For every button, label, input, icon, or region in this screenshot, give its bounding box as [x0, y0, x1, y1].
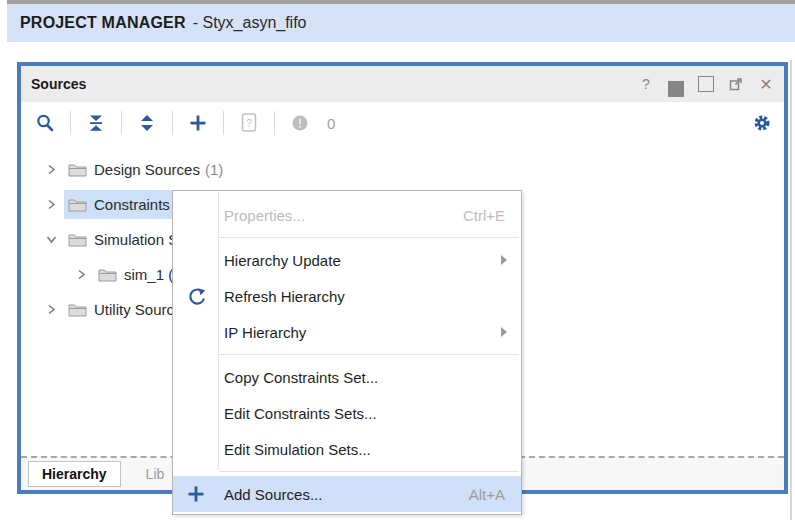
collapse-all-icon[interactable]	[84, 111, 108, 135]
tab-libraries[interactable]: Lib	[133, 462, 178, 486]
refresh-icon	[173, 287, 219, 306]
project-name: - Styx_asyn_fifo	[193, 14, 307, 32]
menu-item-hierarchy-update[interactable]: Hierarchy Update	[173, 242, 521, 278]
window-controls: ? ✕	[638, 76, 774, 92]
plus-icon	[173, 485, 219, 503]
toolbar-divider	[70, 111, 71, 135]
sources-panel-header[interactable]: Sources ? ✕	[21, 66, 784, 102]
tree-item-label: Constraints	[94, 196, 170, 213]
selected-row-highlight: Constraints	[64, 190, 184, 219]
menu-separator	[219, 354, 519, 355]
folder-icon	[68, 302, 94, 317]
screen: PROJECT MANAGER - Styx_asyn_fifo Sources…	[0, 0, 795, 520]
menu-separator	[219, 471, 519, 472]
toolbar-divider	[223, 111, 224, 135]
maximize-icon[interactable]	[698, 76, 714, 92]
close-icon[interactable]: ✕	[758, 76, 774, 92]
shortcut-label: Ctrl+E	[463, 207, 521, 224]
expand-all-icon[interactable]	[135, 111, 159, 135]
folder-icon	[98, 267, 124, 282]
toolbar-divider	[274, 111, 275, 135]
tab-hierarchy[interactable]: Hierarchy	[28, 461, 121, 487]
tree-item-label: Utility Sourc	[94, 301, 174, 318]
menu-item-edit-simulation-sets[interactable]: Edit Simulation Sets...	[173, 431, 521, 467]
minimize-icon[interactable]	[668, 76, 684, 92]
sources-toolbar: ? 0	[21, 102, 784, 144]
toolbar-divider	[172, 111, 173, 135]
chevron-right-icon[interactable]	[46, 164, 68, 175]
menu-item-add-sources[interactable]: Add Sources... Alt+A	[173, 476, 521, 512]
tree-item-count: (1)	[205, 161, 223, 178]
search-icon[interactable]	[33, 111, 57, 135]
add-sources-icon[interactable]	[186, 111, 210, 135]
toolbar-divider	[121, 111, 122, 135]
menu-item-refresh-hierarchy[interactable]: Refresh Hierarchy	[173, 278, 521, 314]
submenu-arrow-icon	[501, 327, 507, 337]
message-count: 0	[327, 115, 335, 132]
submenu-arrow-icon	[501, 255, 507, 265]
tree-item-label: Simulation S	[94, 231, 178, 248]
context-menu: Properties... Ctrl+E Hierarchy Update Re…	[172, 190, 522, 515]
messages-circle-icon[interactable]	[288, 111, 312, 135]
panel-edge-divider	[790, 60, 792, 520]
folder-icon	[68, 162, 94, 177]
chevron-right-icon[interactable]	[76, 269, 98, 280]
shortcut-label: Alt+A	[469, 486, 521, 503]
help-document-icon[interactable]: ?	[237, 111, 261, 135]
menu-item-ip-hierarchy[interactable]: IP Hierarchy	[173, 314, 521, 350]
help-icon[interactable]: ?	[638, 76, 654, 92]
tree-item-label: Design Sources	[94, 161, 200, 178]
chevron-down-icon[interactable]	[46, 234, 68, 245]
float-icon[interactable]	[728, 76, 744, 92]
menu-item-properties: Properties... Ctrl+E	[173, 197, 521, 233]
menu-item-edit-constraints-sets[interactable]: Edit Constraints Sets...	[173, 395, 521, 431]
settings-gear-icon[interactable]	[750, 111, 774, 135]
project-manager-header: PROJECT MANAGER - Styx_asyn_fifo	[7, 4, 795, 42]
svg-text:?: ?	[246, 118, 252, 129]
chevron-right-icon[interactable]	[46, 304, 68, 315]
tree-item-design-sources[interactable]: Design Sources (1)	[21, 152, 784, 187]
folder-icon	[68, 232, 94, 247]
menu-item-copy-constraints-set[interactable]: Copy Constraints Set...	[173, 359, 521, 395]
page-title: PROJECT MANAGER	[20, 14, 186, 32]
panel-title: Sources	[31, 76, 86, 92]
tree-item-label: sim_1 (	[124, 266, 173, 283]
folder-icon	[68, 197, 94, 212]
menu-separator	[219, 237, 519, 238]
